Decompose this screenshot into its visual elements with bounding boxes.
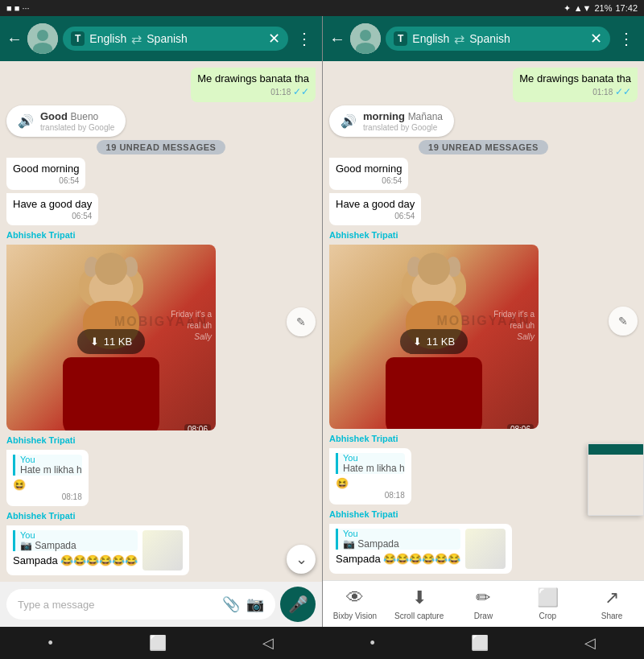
share-icon: ↗	[605, 587, 619, 608]
right-image-time: 08:06	[507, 424, 534, 429]
left-scroll-down-button[interactable]: ⌄	[287, 545, 316, 574]
right-quoted-sender-2: You	[343, 529, 460, 538]
left-menu-button[interactable]: ⋮	[293, 29, 316, 48]
quote-block: You Hate m likha h	[13, 455, 82, 476]
right-quote-block-sampada: You 📷 Sampada	[336, 529, 460, 550]
quoted-text: Hate m likha h	[20, 464, 82, 476]
msg-text: Good morning	[13, 163, 79, 175]
draw-button[interactable]: ✏ Draw	[454, 587, 512, 620]
left-target-lang: Spanish	[147, 32, 188, 45]
msg-text: Good morning	[336, 163, 402, 175]
nav-dot-button-2[interactable]: •	[354, 635, 391, 652]
left-input-bar: Type a message 📎 📷 🎤	[0, 582, 322, 627]
right-translate-arrow: ⇄	[454, 31, 464, 47]
speaker-icon: 🔊	[18, 113, 34, 129]
right-msg-time-hate: 08:18	[336, 491, 405, 500]
right-sampada-message: You 📷 Sampada Sampada 😂😂😂😂😂😂	[329, 524, 512, 574]
attachment-icon[interactable]: 📎	[222, 595, 240, 613]
right-speaker-icon: 🔊	[341, 113, 357, 129]
nav-dot-button[interactable]: •	[32, 635, 69, 652]
right-sent-text: Me drawings banata tha	[519, 72, 631, 84]
left-back-button[interactable]: ←	[6, 30, 23, 48]
right-quoted-message: You Hate m likha h 😆 08:18	[329, 448, 411, 505]
left-input-placeholder: Type a message	[18, 599, 216, 611]
msg-time: 06:54	[336, 176, 402, 185]
nav-back-button-2[interactable]: ◁	[568, 634, 612, 652]
left-translation-bubble: 🔊 Good Bueno translated by Google	[6, 105, 126, 137]
nav-square-button[interactable]: ⬜	[133, 634, 183, 652]
right-translate-close[interactable]: ✕	[590, 30, 602, 47]
emoji-text: 😆	[13, 479, 26, 491]
crop-button[interactable]: ⬜ Crop	[518, 587, 576, 620]
split-container: ← T English ⇄ Spanish ✕ ⋮ MOBIGYAAN	[0, 16, 644, 627]
left-download-button[interactable]: ⬇ 11 KB	[77, 329, 145, 354]
status-bar-left: ■ ■ ···	[6, 3, 30, 13]
right-avatar	[350, 23, 381, 54]
left-chat-area: MOBIGYAAN Me drawings banata tha 01:18 ✓…	[0, 61, 322, 582]
left-mic-button[interactable]: 🎤	[280, 587, 316, 622]
right-quote-block: You Hate m likha h	[336, 453, 405, 474]
right-sent-time: 01:18 ✓✓	[519, 86, 631, 97]
thumb-body	[588, 455, 643, 515]
thumb-inner	[588, 444, 643, 515]
right-edit-button[interactable]: ✎	[609, 307, 638, 336]
thumb-header	[588, 444, 643, 455]
right-menu-button[interactable]: ⋮	[615, 29, 638, 48]
sent-message-time: 01:18 ✓✓	[197, 86, 309, 97]
right-translate-icon: T	[394, 31, 407, 46]
signal-icon: ▲▼	[574, 3, 592, 13]
right-back-button[interactable]: ←	[329, 30, 345, 48]
right-translation-bubble: 🔊 morning Mañana translated by Google	[329, 105, 454, 137]
right-message-content: You 📷 Sampada Sampada 😂😂😂😂😂😂	[336, 529, 460, 565]
left-translate-close[interactable]: ✕	[268, 30, 280, 47]
scroll-capture-button[interactable]: ⬇ Scroll capture	[390, 587, 448, 620]
nav-square-button-2[interactable]: ⬜	[455, 634, 505, 652]
right-source-lang: English	[412, 32, 449, 45]
quoted-text-2: 📷 Sampada	[20, 540, 138, 551]
crop-label: Crop	[539, 612, 556, 620]
nav-back-button[interactable]: ◁	[246, 634, 290, 652]
battery-text: 21%	[594, 3, 612, 13]
msg-time-hate: 08:18	[13, 492, 82, 501]
camera-icon[interactable]: 📷	[246, 595, 264, 613]
right-target-lang: Spanish	[469, 32, 510, 45]
right-download-icon: ⬇	[413, 336, 422, 348]
left-input-icons: 📎 📷	[222, 595, 264, 613]
quote-block-sampada: You 📷 Sampada	[13, 530, 138, 551]
right-translated-by: translated by Google	[363, 123, 443, 132]
bluetooth-icon: ✦	[564, 3, 571, 14]
draw-label: Draw	[474, 612, 493, 620]
left-source-lang: English	[89, 32, 126, 45]
right-chat-area: MOBIGYAAN Me drawings banata tha 01:18 ✓…	[323, 61, 644, 580]
draw-icon: ✏	[476, 587, 490, 608]
left-quote-sender: Abhishek Tripati	[6, 434, 316, 447]
left-chat-header: ← T English ⇄ Spanish ✕ ⋮	[0, 16, 322, 61]
right-msg-good-morning: Good morning 06:54	[329, 158, 408, 190]
crop-icon: ⬜	[537, 587, 559, 608]
right-translated-word-val: Mañana	[408, 111, 443, 122]
left-sampada-sender: Abhishek Tripati	[6, 509, 316, 522]
sent-message-text: Me drawings banata tha	[197, 72, 309, 84]
right-download-button[interactable]: ⬇ 11 KB	[400, 329, 468, 354]
right-file-size: 11 KB	[427, 336, 455, 348]
svg-point-1	[37, 30, 48, 41]
right-chat-header: ← T English ⇄ Spanish ✕ ⋮	[323, 16, 644, 61]
left-translate-bar: T English ⇄ Spanish ✕	[63, 27, 288, 51]
file-size: 11 KB	[104, 336, 132, 348]
left-input-field[interactable]: Type a message 📎 📷	[6, 589, 275, 620]
left-panel: ← T English ⇄ Spanish ✕ ⋮ MOBIGYAAN	[0, 16, 322, 627]
share-button[interactable]: ↗ Share	[583, 587, 641, 620]
left-image-placeholder: Friday it's areal uhSally ⬇ 11 KB 08:06	[6, 245, 216, 430]
translation-content: Good Bueno translated by Google	[40, 110, 114, 132]
thumb-image	[142, 530, 183, 570]
right-msg-with-image: You 📷 Sampada Sampada 😂😂😂😂😂😂	[336, 529, 506, 569]
sampada-text: Sampada 😂😂😂😂😂😂	[13, 554, 138, 566]
right-panel: ← T English ⇄ Spanish ✕ ⋮ MOBIGYAAN	[322, 16, 644, 627]
right-thumb-image	[465, 529, 506, 569]
left-img-sender: Abhishek Tripati	[6, 229, 316, 241]
left-edit-button[interactable]: ✎	[287, 307, 316, 336]
right-sampada-text: Sampada 😂😂😂😂😂😂	[336, 553, 460, 565]
svg-point-4	[360, 30, 371, 41]
right-original-word: morning	[363, 110, 405, 122]
bixby-vision-button[interactable]: 👁 Bixby Vision	[326, 587, 384, 620]
